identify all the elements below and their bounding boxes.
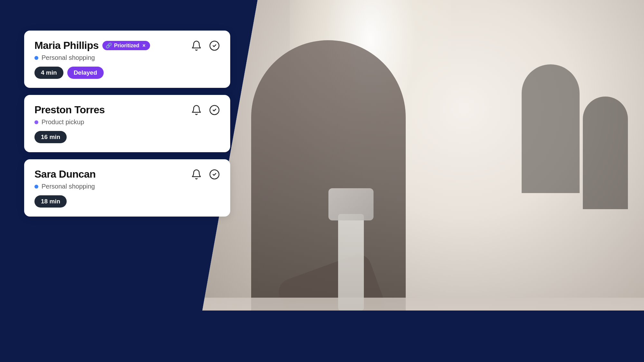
cards-container: Maria Phillips 🔗 Prioritized ×: [24, 31, 230, 217]
service-dot-preston: [34, 120, 38, 124]
bell-button-preston[interactable]: [191, 105, 202, 116]
bell-button-maria[interactable]: [191, 40, 202, 51]
prioritized-badge[interactable]: 🔗 Prioritized ×: [102, 41, 150, 50]
time-badge-maria: 4 min: [34, 67, 63, 79]
service-label-preston: Product pickup: [42, 118, 84, 126]
delayed-badge-maria: Delayed: [67, 67, 104, 79]
service-label-maria: Personal shopping: [42, 54, 95, 61]
time-badge-sara: 18 min: [34, 195, 67, 208]
service-dot-sara: [34, 185, 38, 189]
time-badge-preston: 16 min: [34, 131, 67, 143]
bell-button-sara[interactable]: [191, 169, 202, 180]
customer-name-preston: Preston Torres: [34, 104, 105, 116]
card-sara: Sara Duncan Personal sho: [24, 159, 230, 217]
customer-name-sara: Sara Duncan: [34, 168, 96, 180]
check-button-sara[interactable]: [209, 169, 220, 180]
check-button-preston[interactable]: [209, 105, 220, 116]
link-icon: 🔗: [106, 42, 112, 49]
customer-name-maria: Maria Phillips: [34, 40, 99, 51]
card-preston: Preston Torres Product p: [24, 95, 230, 152]
check-button-maria[interactable]: [209, 40, 220, 51]
photo-background: [193, 0, 644, 362]
service-label-sara: Personal shopping: [42, 183, 95, 190]
prioritized-label: Prioritized: [114, 43, 139, 49]
card-maria: Maria Phillips 🔗 Prioritized ×: [24, 31, 230, 88]
service-dot-maria: [34, 56, 38, 60]
close-icon[interactable]: ×: [143, 43, 146, 49]
